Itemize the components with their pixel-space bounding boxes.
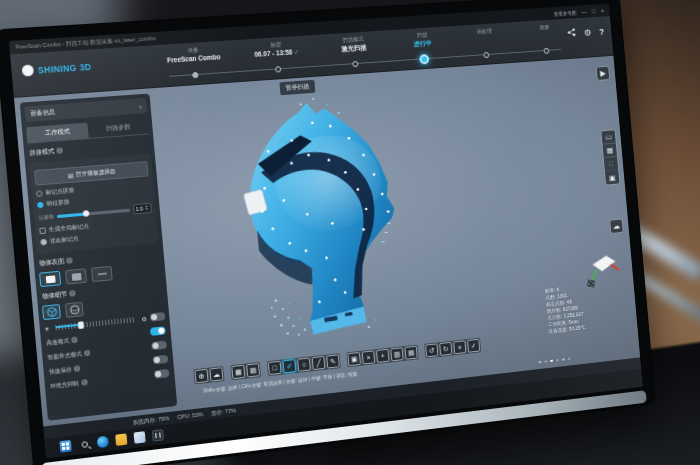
laptop-bezel: FreeScan Combo - 扫描工程-数据采集-xx_laser_comb… [0,0,656,465]
radio-icon [36,190,43,197]
info-icon: i [74,365,81,372]
brush-select-button[interactable]: ✎ [326,354,340,368]
tab-scan-params[interactable]: 扫描参数 [87,118,149,138]
point-cloud-button[interactable]: ☁ [209,367,223,382]
undo-button[interactable]: ↺ [425,343,438,357]
chevron-right-icon: › [139,103,142,109]
rect-select-button[interactable]: □ [268,361,282,375]
brightness-sun-icon: ☀ [44,324,50,332]
step-calibration[interactable]: 标定 06.07 - 13:58 ✓ [236,39,315,59]
photos-app-icon[interactable] [134,431,146,444]
pause-scan-button[interactable]: 暂停扫描 [279,80,315,95]
detail-normal-button[interactable] [65,302,84,318]
line-select-button[interactable]: ╱ [312,356,326,370]
device-pack-button[interactable]: ▦ [603,144,617,158]
invert-select-button[interactable]: + [376,349,389,363]
minimize-button[interactable]: — [581,8,587,14]
search-icon[interactable] [78,438,90,451]
template-icon: ▤ [67,172,73,179]
surface-normal-button[interactable] [39,271,61,287]
radio-filled-icon [40,238,47,245]
deselect-button[interactable]: × [362,350,376,364]
redo-button[interactable]: ↻ [439,342,452,356]
edge-browser-icon[interactable] [97,436,109,449]
spin-arrows-icon[interactable]: ▲▼ [145,205,149,211]
surface-reflective-button[interactable] [65,268,87,284]
mode-card: ▤ 打开模板选择器 标记点拼接 特征拼接 [29,154,158,254]
scanned-3d-model[interactable] [187,82,432,350]
step-scan-dot-active [419,54,429,64]
scan-app-taskbar-icon[interactable] [152,429,164,442]
gpu-usage: 显存: 77% [211,407,237,417]
laptop: FreeScan Combo - 扫描工程-数据采集-xx_laser_comb… [0,0,656,465]
mesh-cloud-button[interactable]: ☁ [609,219,624,235]
brightness-auto-toggle[interactable] [150,312,166,322]
sphere-icon [69,304,80,315]
gear-small-icon[interactable]: ⚙ [141,314,147,322]
step-measure-dot [543,47,549,53]
mid-surface-icon [71,272,81,280]
help-icon[interactable]: ? [599,26,605,36]
capture-box-button[interactable]: ▣ [605,170,619,184]
clipboard-button[interactable]: ▤ [404,346,417,360]
ellipse-select-button[interactable]: ○ [297,357,311,371]
step-device[interactable]: 设备 FreeScan Combo [153,44,234,64]
info-icon: i [56,148,63,155]
speed-mode-toggle[interactable] [150,326,166,336]
lasso-select-button[interactable]: ✐ [282,359,296,373]
view-pager-dots [538,357,570,363]
ambient-light-toggle[interactable] [154,369,170,379]
folder-explorer-icon[interactable] [115,433,127,446]
scanner-position-gizmo [581,252,622,294]
smart-fill-light-toggle[interactable] [151,340,167,350]
settings-sidebar: 设备信息 › 工作模式 扫描参数 拼接模式i ▤ [20,94,178,421]
step-device-dot [192,71,199,77]
maximize-button[interactable]: □ [592,8,596,14]
tab-work-mode[interactable]: 工作模式 [26,123,89,143]
logo-text: SHINING 3D [37,61,91,75]
resolution-spinbox[interactable]: 1.0 ▲▼ [132,203,152,215]
info-icon: i [69,290,76,297]
resolution-slider[interactable] [57,208,130,217]
close-button[interactable]: × [601,7,605,13]
step-scan-mode[interactable]: 扫描模式 激光扫描 [315,34,393,56]
software-screen: FreeScan Combo - 扫描工程-数据采集-xx_laser_comb… [9,4,643,459]
dark-surface-icon [97,273,106,276]
cube-icon [46,306,57,317]
cancel-button[interactable]: × [453,340,466,354]
cpu-usage: CPU: 53% [177,411,203,420]
view-reference-label[interactable]: 查看参考图 [554,9,577,16]
view-window-button[interactable]: ▭ [601,130,615,144]
start-scan-button[interactable]: ▶ [596,66,611,81]
lock-button[interactable]: □ [604,157,618,171]
info-icon: i [84,350,91,357]
brand-logo: SHINING 3D [22,61,92,77]
bright-surface-icon [45,275,55,283]
add-data-button[interactable]: ⊕ [194,369,208,384]
step-scan-mode-dot [352,60,358,66]
checkbox-icon [39,227,46,234]
surface-dark-button[interactable] [91,266,113,282]
share-icon[interactable] [567,28,576,39]
select-through-button[interactable]: ▨ [390,347,403,361]
brightness-slider[interactable] [56,317,136,330]
device-info-header[interactable]: 设备信息 › [24,98,147,122]
radio-on-icon [37,201,44,208]
info-icon: i [66,258,73,265]
quick-save-toggle[interactable] [152,355,168,365]
info-icon: i [71,336,78,343]
detail-rich-button[interactable] [42,304,61,320]
logo-mark-icon [22,64,35,76]
confirm-button[interactable]: ✓ [467,339,480,353]
windows-start-button[interactable] [59,440,71,453]
scan-stats: 帧率: 8 点数: 1301 标志点数: 48 面片数: 627265 点云数:… [545,284,586,335]
select-all-button[interactable]: ▣ [347,352,361,366]
photo-of-laptop-scene: FreeScan Combo - 扫描工程-数据采集-xx_laser_comb… [0,0,700,465]
settings-gear-icon[interactable]: ⚙ [584,27,592,37]
layer-stack-button[interactable]: ▤ [246,363,260,377]
right-toolbar: ▶ ▭ ▦ □ ▣ ☁ [595,66,625,234]
frame-select-button[interactable]: ▦ [231,365,245,379]
step-postprocess-dot [483,51,489,57]
info-icon: i [81,379,88,386]
step-calibration-dot [275,66,281,72]
